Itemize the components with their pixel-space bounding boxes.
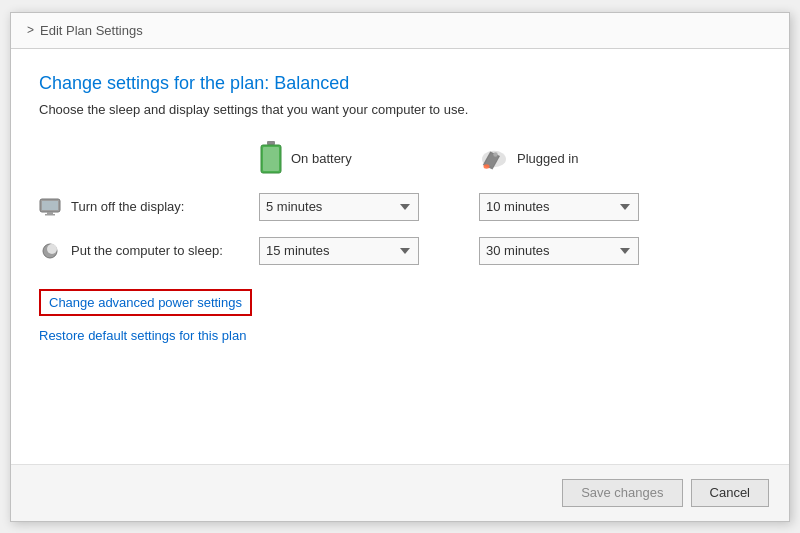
sleep-plugged-dropdown[interactable]: 1 minute 2 minutes 3 minutes 5 minutes 1…: [479, 237, 639, 265]
plug-icon: [479, 147, 509, 171]
battery-column-header: On battery: [259, 141, 419, 177]
advanced-power-settings-link[interactable]: Change advanced power settings: [39, 289, 252, 316]
page-subtitle: Choose the sleep and display settings th…: [39, 102, 761, 117]
page-title: Change settings for the plan: Balanced: [39, 73, 761, 94]
sleep-plugged-dropdown-wrap: 1 minute 2 minutes 3 minutes 5 minutes 1…: [479, 237, 639, 265]
restore-link-container: Restore default settings for this plan: [39, 326, 761, 344]
monitor-icon: [39, 198, 61, 216]
sleep-icon: [39, 242, 61, 260]
svg-rect-10: [47, 212, 53, 214]
display-plugged-dropdown-wrap: 1 minute 2 minutes 3 minutes 5 minutes 1…: [479, 193, 639, 221]
display-setting-row: Turn off the display: 1 minute 2 minutes…: [39, 193, 761, 221]
breadcrumb-chevron-icon: >: [27, 23, 34, 37]
battery-column-label: On battery: [291, 151, 352, 166]
sleep-setting-row: Put the computer to sleep: 1 minute 2 mi…: [39, 237, 761, 265]
battery-icon: [259, 141, 283, 177]
svg-rect-11: [45, 214, 55, 216]
breadcrumb-label: Edit Plan Settings: [40, 23, 143, 38]
cancel-button[interactable]: Cancel: [691, 479, 769, 507]
plugged-column-label: Plugged in: [517, 151, 578, 166]
svg-rect-9: [42, 201, 58, 210]
plugged-column-header: Plugged in: [479, 147, 639, 171]
svg-point-6: [493, 152, 498, 157]
column-headers: On battery Plugged in: [39, 141, 761, 177]
sleep-battery-dropdown[interactable]: 1 minute 2 minutes 3 minutes 5 minutes 1…: [259, 237, 419, 265]
sleep-dropdowns: 1 minute 2 minutes 3 minutes 5 minutes 1…: [259, 237, 639, 265]
display-label-text: Turn off the display:: [71, 199, 184, 214]
display-dropdowns: 1 minute 2 minutes 3 minutes 5 minutes 1…: [259, 193, 639, 221]
main-content: Change settings for the plan: Balanced C…: [11, 49, 789, 464]
sleep-label-text: Put the computer to sleep:: [71, 243, 223, 258]
save-changes-button[interactable]: Save changes: [562, 479, 682, 507]
svg-point-13: [47, 244, 57, 254]
power-settings-window: > Edit Plan Settings Change settings for…: [10, 12, 790, 522]
sleep-battery-dropdown-wrap: 1 minute 2 minutes 3 minutes 5 minutes 1…: [259, 237, 419, 265]
display-plugged-dropdown[interactable]: 1 minute 2 minutes 3 minutes 5 minutes 1…: [479, 193, 639, 221]
settings-grid: On battery Plugged in: [39, 141, 761, 265]
svg-point-7: [484, 164, 490, 169]
svg-rect-0: [267, 141, 275, 145]
display-setting-label: Turn off the display:: [39, 198, 259, 216]
advanced-link-container: Change advanced power settings: [39, 289, 761, 316]
restore-defaults-link[interactable]: Restore default settings for this plan: [39, 328, 246, 343]
display-battery-dropdown-wrap: 1 minute 2 minutes 3 minutes 5 minutes 1…: [259, 193, 419, 221]
sleep-setting-label: Put the computer to sleep:: [39, 242, 259, 260]
breadcrumb-bar: > Edit Plan Settings: [11, 13, 789, 49]
svg-rect-2: [263, 147, 279, 171]
footer: Save changes Cancel: [11, 464, 789, 521]
display-battery-dropdown[interactable]: 1 minute 2 minutes 3 minutes 5 minutes 1…: [259, 193, 419, 221]
